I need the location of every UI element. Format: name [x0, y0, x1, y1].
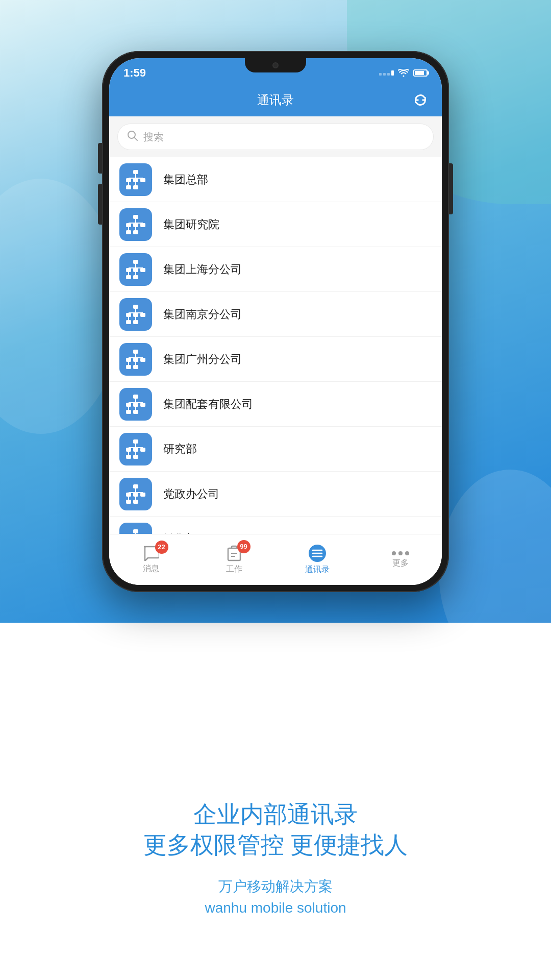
list-item[interactable]: 集团南京分公司: [109, 292, 442, 337]
svg-rect-25: [126, 268, 131, 272]
dept-name: 集团配套有限公司: [163, 397, 253, 412]
svg-rect-15: [133, 223, 138, 227]
search-placeholder: 搜索: [143, 130, 424, 144]
search-container: 搜索: [109, 116, 442, 157]
svg-rect-16: [140, 223, 145, 227]
svg-rect-71: [140, 448, 145, 452]
svg-rect-82: [140, 493, 145, 497]
svg-rect-4: [133, 178, 138, 182]
bottom-text-area: 企业内部通讯录 更多权限管控 更便捷找人 万户移动解决方案 wanhu mobi…: [0, 799, 551, 919]
svg-rect-72: [126, 455, 131, 459]
search-bar[interactable]: 搜索: [117, 124, 434, 150]
search-icon: [127, 130, 138, 144]
phone-notch: [245, 58, 306, 72]
svg-rect-70: [133, 448, 138, 452]
svg-rect-61: [126, 410, 131, 414]
svg-rect-2: [133, 170, 138, 174]
svg-rect-60: [140, 403, 145, 407]
tab-work[interactable]: 99 工作: [192, 545, 276, 575]
wifi-icon: [398, 69, 409, 77]
bottom-main-text: 企业内部通讯录 更多权限管控 更便捷找人: [0, 799, 551, 861]
more-icon: [392, 551, 409, 555]
main-text-line1: 企业内部通讯录: [0, 799, 551, 830]
badge-messages: 22: [155, 541, 168, 554]
dept-icon: [119, 253, 152, 286]
phone-body: 1:59: [102, 51, 449, 592]
list-item[interactable]: 销售部: [109, 517, 442, 534]
list-item[interactable]: 集团配套有限公司: [109, 382, 442, 427]
svg-rect-29: [133, 275, 138, 279]
dept-icon: [119, 433, 152, 465]
dept-name: 集团总部: [163, 172, 208, 187]
svg-rect-13: [133, 215, 138, 219]
volume-down-button: [98, 184, 102, 225]
svg-rect-40: [133, 320, 138, 324]
tab-label-more: 更多: [392, 558, 409, 569]
tab-more[interactable]: 更多: [359, 551, 442, 569]
volume-up-button: [98, 143, 102, 174]
svg-rect-27: [140, 268, 145, 272]
svg-rect-47: [126, 358, 131, 362]
list-item[interactable]: 党政办公司: [109, 472, 442, 517]
svg-rect-62: [133, 410, 138, 414]
svg-rect-14: [126, 223, 131, 227]
svg-rect-57: [133, 395, 138, 399]
list-item[interactable]: 集团广州分公司: [109, 337, 442, 382]
signal-icon: [379, 70, 394, 76]
main-text-line2: 更多权限管控 更便捷找人: [0, 830, 551, 861]
sub-text-line1: 万户移动解决方案: [0, 876, 551, 897]
svg-rect-6: [126, 185, 131, 189]
tab-contacts[interactable]: 通讯录: [276, 545, 359, 575]
tab-icon-wrap-contacts: [309, 545, 326, 562]
power-button: [449, 163, 453, 214]
tab-label-work: 工作: [226, 564, 242, 575]
svg-rect-48: [133, 358, 138, 362]
svg-rect-50: [126, 365, 131, 369]
dept-icon: [119, 163, 152, 196]
svg-rect-26: [133, 268, 138, 272]
phone-mockup: 1:59: [102, 51, 449, 592]
list-item[interactable]: 集团研究院: [109, 202, 442, 247]
sub-text-line2: wanhu mobile solution: [0, 897, 551, 919]
dept-name: 集团上海分公司: [163, 262, 242, 277]
tab-icon-wrap-more: [392, 551, 409, 555]
svg-rect-36: [126, 313, 131, 317]
tab-icon-wrap-messages: 22: [143, 546, 159, 561]
svg-rect-46: [133, 350, 138, 354]
refresh-button[interactable]: [411, 91, 430, 109]
tab-messages[interactable]: 22 消息: [109, 546, 192, 574]
contact-list: 集团总部 集团研究院 集团上海分公司 集团南京分公司: [109, 157, 442, 534]
tab-label-contacts: 通讯录: [305, 565, 330, 575]
svg-rect-38: [140, 313, 145, 317]
svg-rect-59: [133, 403, 138, 407]
svg-line-1: [135, 137, 138, 140]
svg-rect-81: [133, 493, 138, 497]
svg-rect-73: [133, 455, 138, 459]
status-time: 1:59: [123, 66, 146, 80]
svg-rect-83: [126, 500, 131, 504]
dept-name: 集团南京分公司: [163, 307, 242, 322]
dept-icon: [119, 523, 152, 534]
dept-icon: [119, 388, 152, 421]
dept-name: 党政办公司: [163, 486, 219, 502]
bottom-sub-text: 万户移动解决方案 wanhu mobile solution: [0, 876, 551, 919]
svg-rect-7: [133, 185, 138, 189]
dept-name: 研究部: [163, 442, 197, 457]
svg-rect-35: [133, 305, 138, 309]
dept-name: 集团研究院: [163, 217, 219, 232]
svg-rect-51: [133, 365, 138, 369]
svg-rect-17: [126, 230, 131, 234]
svg-rect-28: [126, 275, 131, 279]
dept-name: 集团广州分公司: [163, 352, 242, 367]
svg-rect-3: [126, 178, 131, 182]
svg-rect-68: [133, 439, 138, 444]
svg-rect-5: [140, 178, 145, 182]
list-item[interactable]: 研究部: [109, 427, 442, 472]
list-item[interactable]: 集团总部: [109, 157, 442, 202]
svg-rect-80: [126, 493, 131, 497]
svg-rect-37: [133, 313, 138, 317]
app-title: 通讯录: [257, 92, 294, 108]
dept-icon: [119, 343, 152, 376]
list-item[interactable]: 集团上海分公司: [109, 247, 442, 292]
dept-icon: [119, 298, 152, 331]
